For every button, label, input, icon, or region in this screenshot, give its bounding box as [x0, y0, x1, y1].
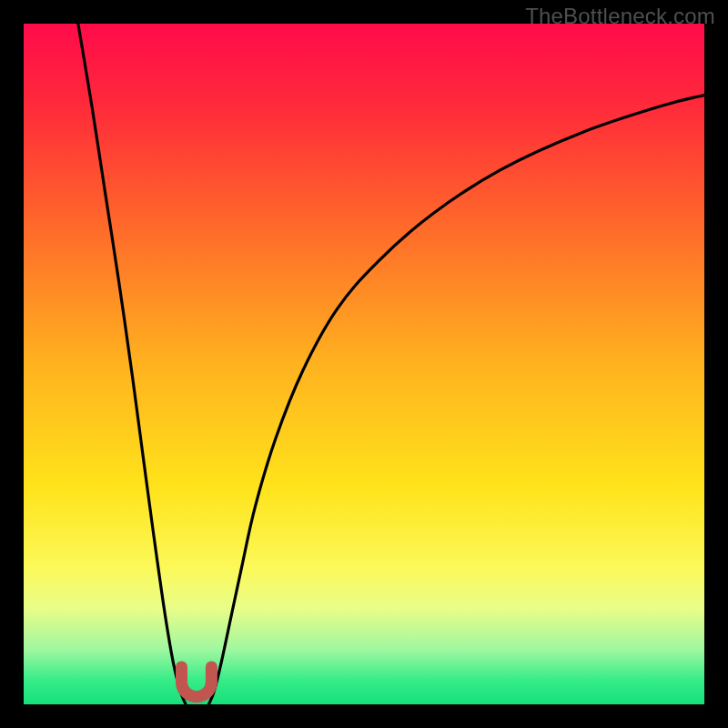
watermark-text: TheBottleneck.com	[525, 4, 715, 29]
bottleneck-chart	[24, 24, 704, 704]
chart-frame: { "watermark": "TheBottleneck.com", "col…	[0, 0, 728, 728]
